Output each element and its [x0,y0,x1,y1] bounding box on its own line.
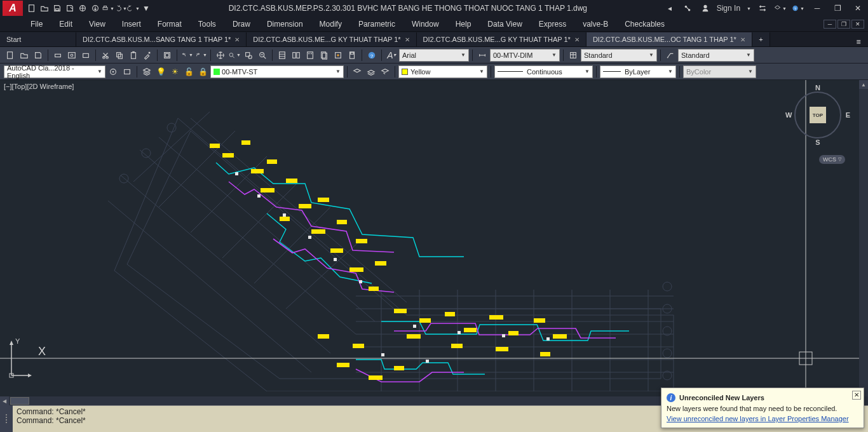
compass-s[interactable]: S [815,138,820,146]
layer-combo[interactable]: 00-MTV-ST▼ [210,65,344,78]
menu-help[interactable]: Help [453,18,474,30]
user-icon[interactable] [699,2,712,15]
layer-lock-icon-light[interactable]: 🔓 [182,65,195,78]
design-center-icon[interactable] [290,49,302,62]
compass-w[interactable]: W [785,111,792,119]
menu-draw[interactable]: Draw [230,18,253,30]
sign-in-link[interactable]: Sign In [717,4,740,13]
close-tab-icon[interactable]: ✕ [574,36,580,43]
plot-icon[interactable] [51,49,64,62]
scroll-left-icon[interactable]: ◀ [0,396,9,405]
scroll-up-icon[interactable]: ▲ [859,80,868,89]
menu-format[interactable]: Format [155,18,184,30]
compass-e[interactable]: E [846,111,850,119]
layer-lock-icon[interactable]: 🔒 [196,65,209,78]
menu-express[interactable]: Express [536,18,569,30]
copy-icon[interactable] [113,49,126,62]
connectivity-icon[interactable] [681,2,694,15]
layer-state-icon[interactable] [351,65,363,78]
help-icon[interactable]: ?▼ [792,2,804,15]
mleader-style-icon[interactable] [664,49,677,62]
zoom-realtime-icon[interactable]: ▼ [228,49,241,62]
redo-icon[interactable]: ▼ [194,49,207,62]
qat-plot-icon[interactable]: ▼ [102,2,114,15]
menu-valve-b[interactable]: valve-B [580,18,611,30]
qat-web-open-icon[interactable] [76,2,89,15]
vertical-scrollbar[interactable]: ▲ [859,80,868,396]
new-file-icon[interactable] [4,49,17,62]
sign-in-menu-icon[interactable]: ▼ [747,6,751,11]
qat-new-icon[interactable] [25,2,38,15]
close-tab-icon[interactable]: ✕ [234,36,240,43]
minimize-button[interactable]: ─ [810,3,825,13]
qat-menu-arrow-icon[interactable]: ▼ [140,2,153,15]
menu-view[interactable]: View [86,18,108,30]
font-combo[interactable]: Arial▼ [399,49,469,62]
sheet-set-icon[interactable] [318,49,330,62]
undo-icon[interactable]: ▼ [180,49,193,62]
qat-saveas-icon[interactable] [64,2,76,15]
paste-icon[interactable] [127,49,140,62]
qat-web-save-icon[interactable] [89,2,102,15]
notification-link[interactable]: View unreconciled new layers in Layer Pr… [667,415,858,422]
layer-on-icon[interactable]: 💡 [154,65,167,78]
qat-open-icon[interactable] [38,2,51,15]
open-file-icon[interactable] [18,49,31,62]
lineweight-combo[interactable]: ByLayer▼ [600,65,676,78]
doc-minimize-button[interactable]: ─ [824,20,836,29]
layer-prev-icon[interactable] [379,65,391,78]
workspace-label-icon[interactable] [121,65,133,78]
quickcalc-icon[interactable] [346,49,358,62]
scroll-thumb[interactable] [10,397,29,405]
tabs-overflow-menu[interactable]: ≡ [849,37,868,46]
block-editor-icon[interactable] [161,49,173,62]
table-style-combo[interactable]: Standard▼ [581,49,657,62]
close-button[interactable]: ✕ [850,3,865,13]
qat-undo-icon[interactable]: ▼ [114,2,127,15]
cut-icon[interactable] [99,49,112,62]
layer-iso-icon[interactable] [365,65,377,78]
menu-checkables[interactable]: Checkables [622,18,667,30]
table-style-icon[interactable] [567,49,580,62]
tab-start[interactable]: Start [0,32,76,46]
close-tab-icon[interactable]: ✕ [740,36,745,43]
properties-icon[interactable] [276,49,288,62]
app-logo[interactable]: A [3,1,23,16]
qat-redo-icon[interactable]: ▼ [127,2,140,15]
file-tab-0[interactable]: DI2.CTC.ASB.KUS.M...SANG TANG 1 THAP 1*✕ [76,32,247,46]
command-handle[interactable] [0,405,13,432]
notification-close-button[interactable]: ✕ [852,391,861,400]
exchange-icon[interactable] [756,2,769,15]
qat-save-icon[interactable] [51,2,64,15]
layer-freeze-icon[interactable]: ☀ [168,65,181,78]
workspace-combo[interactable]: AutoCAD Cla...2018 - English▼ [4,65,105,78]
menu-insert[interactable]: Insert [119,18,144,30]
match-props-icon[interactable] [141,49,154,62]
workspace-settings-icon[interactable] [107,65,119,78]
plotstyle-combo[interactable]: ByColor▼ [683,65,756,78]
menu-file[interactable]: File [28,18,45,30]
menu-parametric[interactable]: Parametric [356,18,398,30]
preview-icon[interactable] [65,49,78,62]
drawing-viewport[interactable]: [−][Top][2D Wireframe] [0,80,859,396]
search-expand-icon[interactable]: ◂ [663,2,676,15]
doc-restore-button[interactable]: ❐ [837,20,850,29]
linetype-combo[interactable]: Continuous▼ [494,65,593,78]
markup-icon[interactable] [332,49,344,62]
save-file-icon[interactable] [32,49,44,62]
wcs-badge[interactable]: WCS▽ [819,155,845,164]
menu-edit[interactable]: Edit [57,18,75,30]
menu-dataview[interactable]: Data View [485,18,524,30]
new-tab-button[interactable]: + [752,32,770,46]
menu-tools[interactable]: Tools [196,18,219,30]
publish-icon[interactable] [79,49,92,62]
text-style-icon[interactable]: A▾ [385,49,398,62]
color-combo[interactable]: Yellow▼ [398,65,487,78]
mleader-style-combo[interactable]: Standard▼ [678,49,754,62]
help-tb-icon[interactable]: ? [365,49,378,62]
dim-style-combo[interactable]: 00-MTV-DIM▼ [490,49,560,62]
menu-window[interactable]: Window [409,18,442,30]
compass-n[interactable]: N [815,84,820,91]
app-store-icon[interactable]: ▼ [774,2,787,15]
tool-palettes-icon[interactable] [304,49,316,62]
